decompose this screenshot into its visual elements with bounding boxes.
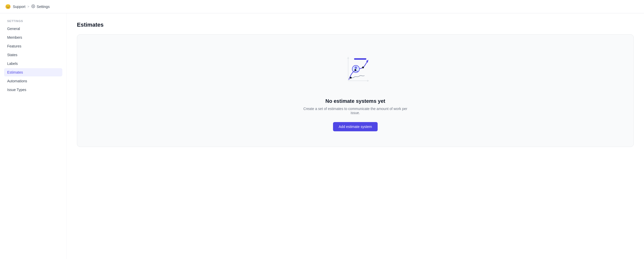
sidebar-item-states[interactable]: States: [4, 51, 62, 59]
empty-state-title: No estimate systems yet: [325, 98, 385, 104]
sidebar-item-issue-types[interactable]: Issue Types: [4, 86, 62, 94]
sidebar-item-label: Labels: [7, 62, 18, 66]
layout: SETTINGS General Members Features States…: [0, 13, 644, 259]
breadcrumb: 😊 Support > Settings: [5, 4, 50, 9]
svg-point-10: [362, 67, 364, 68]
svg-point-0: [33, 6, 34, 7]
svg-point-11: [350, 77, 352, 79]
empty-state-description: Create a set of estimates to communicate…: [301, 107, 409, 115]
settings-label: Settings: [37, 5, 50, 9]
sidebar-item-label: General: [7, 27, 20, 31]
sidebar-item-label: Features: [7, 44, 21, 48]
sidebar-item-features[interactable]: Features: [4, 42, 62, 50]
svg-point-9: [355, 69, 356, 71]
sidebar-item-label: States: [7, 53, 17, 57]
current-page: Settings: [31, 4, 50, 9]
sidebar-item-automations[interactable]: Automations: [4, 77, 62, 85]
sidebar-item-general[interactable]: General: [4, 25, 62, 33]
sidebar-item-labels[interactable]: Labels: [4, 59, 62, 68]
sidebar-item-label: Members: [7, 35, 22, 39]
gear-icon: [31, 4, 35, 9]
estimates-illustration: [335, 50, 376, 91]
main-content: Estimates: [67, 13, 644, 259]
sidebar-item-label: Automations: [7, 79, 27, 83]
sidebar-item-label: Issue Types: [7, 88, 26, 92]
sidebar-section-label: SETTINGS: [4, 19, 62, 23]
svg-marker-3: [347, 57, 349, 59]
svg-point-8: [355, 66, 357, 69]
add-estimate-system-button[interactable]: Add estimate system: [333, 122, 378, 131]
sidebar-item-members[interactable]: Members: [4, 33, 62, 42]
sidebar-item-estimates[interactable]: Estimates: [4, 68, 62, 76]
svg-marker-4: [367, 80, 369, 82]
svg-rect-5: [354, 58, 366, 60]
app-name[interactable]: Support: [13, 5, 25, 9]
page-title: Estimates: [77, 22, 634, 28]
top-bar: 😊 Support > Settings: [0, 0, 644, 13]
sidebar-item-label: Estimates: [7, 70, 23, 74]
empty-state-card: No estimate systems yet Create a set of …: [77, 34, 634, 147]
sidebar: SETTINGS General Members Features States…: [0, 13, 67, 259]
app-emoji-icon: 😊: [5, 4, 11, 9]
breadcrumb-separator: >: [27, 5, 29, 8]
